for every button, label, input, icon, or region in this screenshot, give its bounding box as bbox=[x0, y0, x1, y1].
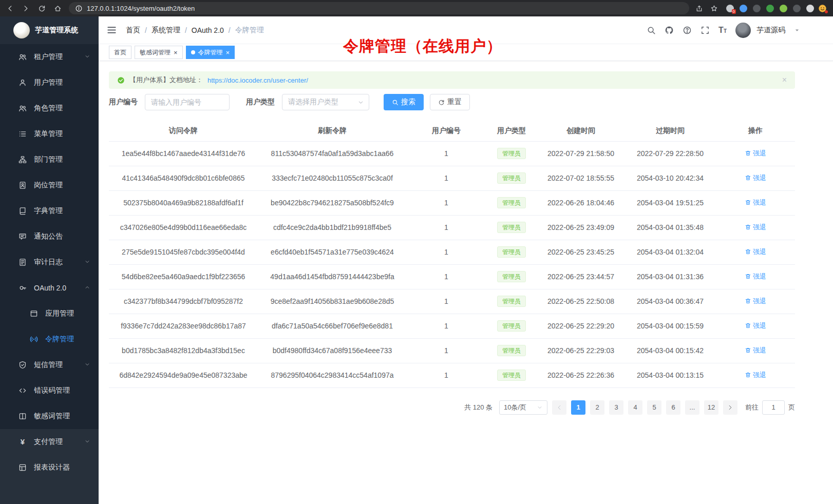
prev-page-button[interactable] bbox=[552, 400, 566, 415]
page-button-2[interactable]: 2 bbox=[590, 400, 604, 415]
github-icon[interactable] bbox=[665, 26, 674, 35]
sidebar-item-oauth2-token[interactable]: 令牌管理 bbox=[0, 326, 99, 352]
table-row: 502375b8040a469a9b82188afdf6af1fbe90422b… bbox=[109, 190, 795, 215]
force-logout-button[interactable]: 强退 bbox=[745, 272, 766, 281]
share-icon[interactable] bbox=[695, 5, 703, 12]
force-logout-button[interactable]: 强退 bbox=[745, 173, 766, 183]
chevron-up-icon bbox=[84, 284, 90, 292]
hamburger-icon[interactable] bbox=[107, 25, 117, 35]
more-pages-button[interactable]: ... bbox=[685, 400, 699, 415]
create-time-cell: 2022-07-29 21:58:50 bbox=[537, 141, 624, 166]
tab-token[interactable]: 令牌管理× bbox=[186, 46, 235, 59]
goto-page-input[interactable] bbox=[762, 400, 785, 415]
create-time-cell: 2022-07-02 18:55:55 bbox=[537, 166, 624, 190]
bookmark-star-icon[interactable] bbox=[710, 5, 718, 12]
force-logout-button[interactable]: 强退 bbox=[745, 149, 766, 158]
sidebar-item-menu[interactable]: 菜单管理 bbox=[0, 121, 99, 147]
force-logout-button[interactable]: 强退 bbox=[745, 371, 766, 380]
force-logout-button[interactable]: 强退 bbox=[745, 297, 766, 306]
reset-button[interactable]: 重置 bbox=[430, 94, 470, 110]
user-type-select[interactable]: 请选择用户类型 bbox=[282, 94, 369, 110]
action-cell: 强退 bbox=[716, 338, 795, 363]
fullscreen-icon[interactable] bbox=[701, 26, 710, 35]
sidebar-item-audit-log[interactable]: 审计日志 bbox=[0, 249, 99, 275]
breadcrumb-separator: / bbox=[145, 26, 147, 34]
users-icon bbox=[18, 53, 27, 61]
force-logout-button[interactable]: 强退 bbox=[745, 247, 766, 257]
extension-4-icon[interactable] bbox=[766, 5, 774, 12]
close-icon[interactable]: × bbox=[174, 49, 178, 56]
page-content: 【用户体系】文档地址： https://doc.iocoder.cn/user-… bbox=[99, 61, 833, 504]
force-logout-button[interactable]: 强退 bbox=[745, 198, 766, 207]
user-id-input[interactable] bbox=[145, 94, 230, 110]
sidebar-item-error-code[interactable]: 错误码管理 bbox=[0, 378, 99, 403]
action-cell: 强退 bbox=[716, 215, 795, 240]
info-icon[interactable] bbox=[75, 5, 83, 12]
sidebar-item-sms[interactable]: 短信管理 bbox=[0, 352, 99, 378]
extension-2-icon[interactable] bbox=[740, 5, 747, 12]
tab-sensitive-word[interactable]: 敏感词管理× bbox=[135, 46, 183, 59]
user-avatar[interactable] bbox=[735, 23, 751, 38]
extension-3-icon[interactable] bbox=[753, 5, 761, 12]
force-logout-label: 强退 bbox=[753, 297, 766, 306]
user-name[interactable]: 芋道源码 bbox=[756, 26, 785, 35]
sidebar-item-role[interactable]: 角色管理 bbox=[0, 95, 99, 121]
next-page-button[interactable] bbox=[723, 400, 737, 415]
sidebar-item-label: 菜单管理 bbox=[34, 129, 90, 139]
page-button-6[interactable]: 6 bbox=[666, 400, 680, 415]
page-size-select[interactable]: 10条/页 bbox=[499, 400, 547, 415]
browser-profile-avatar[interactable] bbox=[818, 4, 827, 13]
reload-icon[interactable] bbox=[38, 5, 46, 12]
sidebar-item-label: OAuth 2.0 bbox=[34, 284, 77, 292]
sidebar-item-label: 角色管理 bbox=[34, 104, 90, 113]
breadcrumb-item[interactable]: 系统管理 bbox=[152, 26, 180, 35]
sidebar-item-dept[interactable]: 部门管理 bbox=[0, 147, 99, 172]
trash-icon bbox=[745, 199, 751, 206]
url-text[interactable]: 127.0.0.1:1024/system/oauth2/token bbox=[87, 5, 195, 12]
breadcrumb-item[interactable]: 首页 bbox=[126, 26, 140, 35]
app-logo[interactable]: 芋道管理系统 bbox=[0, 16, 99, 44]
extension-1-icon[interactable]: 0 bbox=[726, 5, 734, 12]
sidebar-item-tenant[interactable]: 租户管理 bbox=[0, 44, 99, 70]
search-button[interactable]: 搜索 bbox=[384, 94, 424, 110]
page-button-5[interactable]: 5 bbox=[647, 400, 661, 415]
force-logout-button[interactable]: 强退 bbox=[745, 346, 766, 355]
sidebar-item-dict[interactable]: 字典管理 bbox=[0, 198, 99, 224]
force-logout-button[interactable]: 强退 bbox=[745, 223, 766, 232]
page-button-12[interactable]: 12 bbox=[704, 400, 718, 415]
goto-label: 前往 bbox=[745, 403, 759, 412]
back-icon[interactable] bbox=[6, 5, 14, 12]
sidebar-item-oauth2-app[interactable]: 应用管理 bbox=[0, 301, 99, 326]
tab-home[interactable]: 首页 bbox=[109, 46, 131, 59]
page-button-3[interactable]: 3 bbox=[609, 400, 623, 415]
alert-close-icon[interactable]: × bbox=[782, 76, 787, 84]
doc-link[interactable]: https://doc.iocoder.cn/user-center/ bbox=[207, 76, 308, 84]
sidebar-item-notice[interactable]: 通知公告 bbox=[0, 224, 99, 249]
breadcrumb-item[interactable]: OAuth 2.0 bbox=[192, 26, 224, 34]
force-logout-button[interactable]: 强退 bbox=[745, 321, 766, 331]
close-icon[interactable]: × bbox=[226, 49, 230, 56]
trash-icon bbox=[745, 347, 751, 354]
help-icon[interactable] bbox=[683, 26, 692, 35]
home-icon[interactable] bbox=[54, 5, 62, 12]
sidebar-item-post[interactable]: 岗位管理 bbox=[0, 172, 99, 198]
app: 芋道管理系统 租户管理用户管理角色管理菜单管理部门管理岗位管理字典管理通知公告审… bbox=[0, 16, 833, 504]
page-button-1[interactable]: 1 bbox=[571, 400, 585, 415]
forward-icon[interactable] bbox=[22, 5, 30, 12]
url-bar[interactable]: 127.0.0.1:1024/system/oauth2/token bbox=[69, 2, 689, 14]
caret-down-icon[interactable] bbox=[794, 27, 800, 33]
sidebar-item-oauth2[interactable]: OAuth 2.0 bbox=[0, 275, 99, 301]
total-count: 共 120 条 bbox=[464, 403, 493, 412]
page-button-4[interactable]: 4 bbox=[628, 400, 642, 415]
sidebar-item-sensitive-word[interactable]: 敏感词管理 bbox=[0, 403, 99, 429]
search-icon[interactable] bbox=[647, 26, 656, 35]
extension-5-icon[interactable] bbox=[780, 5, 787, 12]
sidebar-item-report-designer[interactable]: 报表设计器 bbox=[0, 455, 99, 480]
extension-7-icon[interactable] bbox=[806, 5, 814, 12]
expire-time-cell: 2054-03-04 01:35:48 bbox=[624, 215, 716, 240]
extension-6-icon[interactable] bbox=[793, 5, 801, 12]
sidebar-item-user[interactable]: 用户管理 bbox=[0, 70, 99, 95]
sidebar-item-payment[interactable]: ¥支付管理 bbox=[0, 429, 99, 455]
font-size-icon[interactable]: TT bbox=[718, 26, 727, 35]
user-type-cell: 管理员 bbox=[486, 314, 537, 338]
